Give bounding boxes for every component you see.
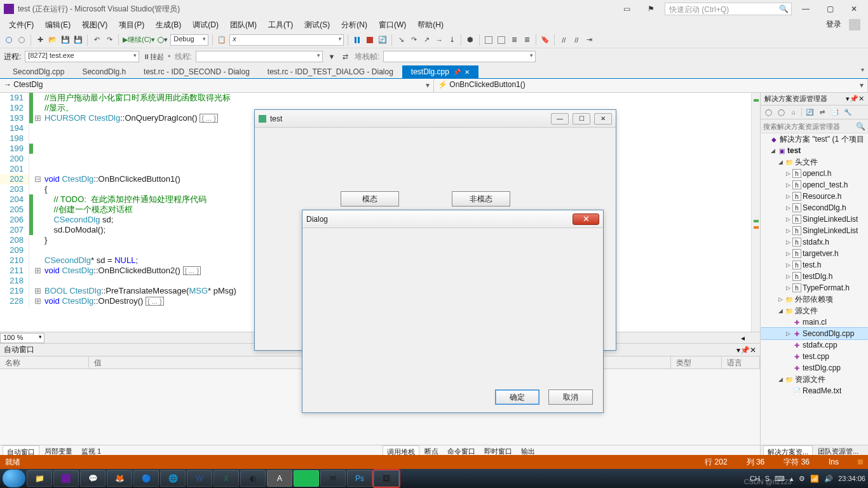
task-wechat[interactable]: 💬: [80, 470, 105, 487]
close-tab-icon[interactable]: ✕: [465, 69, 470, 76]
task-browser1[interactable]: 🦊: [107, 470, 132, 487]
nav-fwd-button[interactable]: [17, 34, 27, 46]
scope-combo[interactable]: → CtestDlg: [0, 79, 434, 92]
fold-icon[interactable]: ⊞: [33, 296, 42, 306]
task-chrome[interactable]: 🌐: [160, 470, 186, 487]
nav-back-button[interactable]: [4, 34, 14, 46]
menu-debug[interactable]: 调试(D): [187, 18, 224, 32]
se-back-icon[interactable]: ◯: [763, 107, 773, 118]
open-button[interactable]: 📂: [48, 34, 58, 46]
config-combo[interactable]: Debug: [170, 34, 208, 46]
tab-idd-second[interactable]: test.rc - IDD_SECOND - Dialog: [135, 65, 259, 78]
tree-item[interactable]: ▷hResource.h: [761, 191, 868, 202]
suspend-button[interactable]: ⏸ 挂起: [143, 51, 164, 62]
tree-item[interactable]: ▷htest.h: [761, 259, 868, 271]
quick-launch-input[interactable]: 快速启动 (Ctrl+Q) 🔍: [665, 3, 792, 15]
status-resize-icon[interactable]: [858, 459, 863, 464]
se-properties-icon[interactable]: 🔧: [843, 107, 853, 118]
tree-item[interactable]: 📄ReadMe.txt: [761, 385, 868, 396]
undo-button[interactable]: ↶: [92, 34, 102, 46]
tree-item[interactable]: ▷✚SecondDlg.cpp: [761, 328, 868, 339]
stop-button[interactable]: [365, 34, 375, 46]
tree-item[interactable]: ◢▣test: [761, 145, 868, 156]
maximize-button[interactable]: ▢: [820, 2, 840, 16]
col-name[interactable]: 名称: [0, 356, 89, 369]
feedback-icon[interactable]: ⚑: [641, 2, 661, 16]
tab-overflow-button[interactable]: ▾: [861, 66, 864, 73]
app1-maximize-button[interactable]: ☐: [573, 113, 590, 125]
menu-file[interactable]: 文件(F): [4, 18, 39, 32]
menu-edit[interactable]: 编辑(E): [40, 18, 76, 32]
run-to-cursor-button[interactable]: ⤓: [447, 34, 457, 46]
se-search-input[interactable]: [763, 123, 856, 130]
thread-nav-button[interactable]: ⇄: [341, 51, 351, 62]
menu-team[interactable]: 团队(M): [225, 18, 262, 32]
tree-item[interactable]: ◢📁头文件: [761, 156, 868, 168]
find-combo[interactable]: x: [229, 34, 344, 46]
start-button[interactable]: [3, 470, 25, 487]
tree-item[interactable]: ✚testDlg.cpp: [761, 362, 868, 374]
tree-item[interactable]: ▷hSecondDlg.h: [761, 202, 868, 214]
task-vs[interactable]: [53, 470, 79, 487]
tree-item[interactable]: ▷hopencl.h: [761, 168, 868, 179]
login-link[interactable]: 登录: [816, 18, 864, 32]
menu-view[interactable]: 视图(V): [77, 18, 112, 32]
continue-button[interactable]: ▶ 继续(C) ▾: [123, 34, 155, 46]
tree-item[interactable]: ▷hTypeFormat.h: [761, 282, 868, 294]
pin-icon[interactable]: 📌: [453, 69, 461, 76]
menu-tools[interactable]: 工具(T): [263, 18, 298, 32]
tree-item[interactable]: ✚test.cpp: [761, 351, 868, 362]
task-ps[interactable]: Ps: [347, 470, 372, 487]
pause-button[interactable]: [352, 34, 362, 46]
tray-app-icon[interactable]: ⚙: [799, 475, 805, 483]
task-excel[interactable]: X: [214, 470, 239, 487]
save-button[interactable]: 💾: [60, 34, 71, 46]
tree-item[interactable]: ✚stdafx.cpp: [761, 339, 868, 351]
task-app2[interactable]: A: [267, 470, 292, 487]
menu-window[interactable]: 窗口(W): [374, 18, 411, 32]
col-lang[interactable]: 语言: [722, 356, 760, 369]
step-into-button[interactable]: ↘: [396, 34, 406, 46]
task-app3[interactable]: [294, 470, 319, 487]
fold-icon[interactable]: ⊞: [33, 113, 42, 123]
task-app4[interactable]: ✉: [320, 470, 346, 487]
task-app1[interactable]: 🔵: [133, 470, 159, 487]
hex-button[interactable]: ⬢: [465, 34, 475, 46]
member-combo[interactable]: ⚡ OnBnClickedButton1(): [434, 79, 868, 92]
tree-item[interactable]: ▷📁外部依赖项: [761, 294, 868, 305]
app1-minimize-button[interactable]: —: [551, 113, 569, 125]
step-over-button[interactable]: ↷: [409, 34, 419, 46]
tree-item[interactable]: ▷hopencl_test.h: [761, 179, 868, 191]
ok-button[interactable]: 确定: [495, 390, 539, 405]
step-out-button[interactable]: ↗: [421, 34, 431, 46]
tree-item[interactable]: ▷hstdafx.h: [761, 236, 868, 248]
tab-seconddlg-h[interactable]: SecondDlg.h: [73, 65, 135, 78]
overview-ruler[interactable]: [751, 93, 760, 332]
tab-testdlg-cpp[interactable]: testDlg.cpp📌✕: [402, 65, 478, 78]
tab-idd-test-dialog[interactable]: test.rc - IDD_TEST_DIALOG - Dialog: [259, 65, 402, 78]
menu-project[interactable]: 项目(P): [114, 18, 149, 32]
modal-button[interactable]: 模态: [341, 191, 399, 207]
tree-item[interactable]: ▷htestDlg.h: [761, 271, 868, 282]
task-running-app[interactable]: 🖼: [374, 470, 399, 487]
zoom-combo[interactable]: 100 %: [0, 333, 44, 343]
window-button1[interactable]: [484, 34, 494, 46]
se-pin-icon[interactable]: 📌: [850, 95, 858, 103]
step-button[interactable]: →: [434, 34, 444, 46]
modeless-button[interactable]: 非模态: [452, 191, 510, 207]
tray-volume-icon[interactable]: 🔊: [824, 475, 833, 483]
indent-button[interactable]: ≣: [509, 34, 519, 46]
tree-item[interactable]: ✚main.cl: [761, 316, 868, 328]
bookmark-button[interactable]: 🔖: [540, 34, 550, 46]
app1-close-button[interactable]: ✕: [594, 113, 612, 125]
se-fwd-icon[interactable]: ◯: [776, 107, 786, 118]
format-button[interactable]: ⇥: [584, 34, 594, 46]
app2-close-button[interactable]: ✕: [573, 214, 599, 225]
restart-button[interactable]: 🔄: [377, 34, 388, 46]
menu-analyze[interactable]: 分析(N): [336, 18, 372, 32]
menu-test[interactable]: 测试(S): [299, 18, 335, 32]
tray-time[interactable]: 23:34:06: [838, 475, 865, 482]
task-word[interactable]: W: [187, 470, 212, 487]
save-all-button[interactable]: 💾: [73, 34, 83, 46]
platform-icon[interactable]: 📋: [217, 34, 227, 46]
